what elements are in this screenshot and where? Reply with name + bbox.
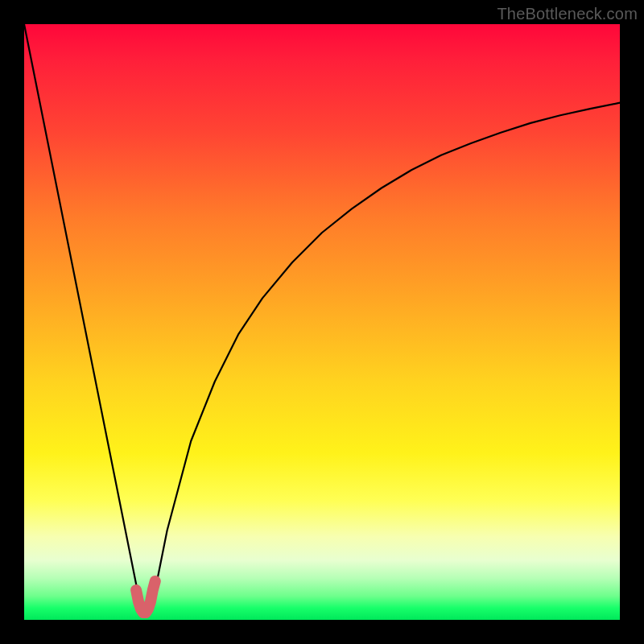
optimal-marker <box>136 581 155 613</box>
chart-frame: TheBottleneck.com <box>0 0 644 644</box>
plot-area <box>24 24 620 620</box>
watermark-text: TheBottleneck.com <box>497 5 638 23</box>
chart-svg <box>24 24 620 620</box>
bottleneck-curve <box>24 24 620 613</box>
